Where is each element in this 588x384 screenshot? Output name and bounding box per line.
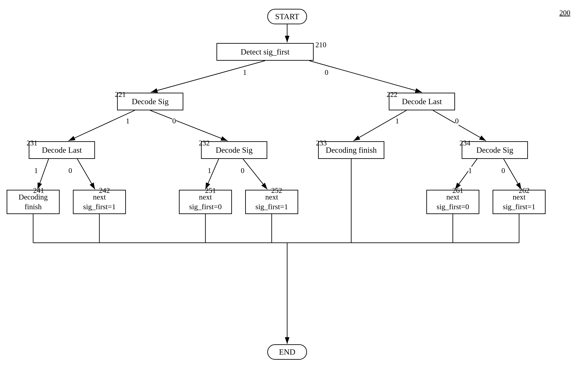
end-label: END <box>279 347 295 357</box>
svg-line-5 <box>150 110 228 141</box>
ref-261: 261 <box>452 187 463 195</box>
node-261-label: next sig_first=0 <box>437 192 469 212</box>
svg-line-4 <box>68 110 135 141</box>
svg-line-8 <box>38 159 49 189</box>
node-232: Decode Sig <box>201 141 267 159</box>
node-222-label: Decode Last <box>402 97 442 106</box>
svg-line-6 <box>354 110 406 141</box>
label-221-0: 0 <box>172 117 176 125</box>
node-231-label: Decode Last <box>42 145 82 155</box>
diagram-container: 200 START Detect sig_first 210 1 0 Decod… <box>0 0 588 384</box>
svg-line-10 <box>205 159 219 189</box>
label-231-0: 0 <box>68 167 72 175</box>
label-210-0: 0 <box>325 68 328 77</box>
node-262-label: next sig_first=1 <box>503 192 535 212</box>
node-234: Decode Sig <box>462 141 528 159</box>
label-231-1: 1 <box>34 167 38 175</box>
label-210-1: 1 <box>243 68 247 77</box>
node-start: START <box>267 9 307 24</box>
svg-line-7 <box>433 110 486 141</box>
ref-262: 262 <box>519 187 530 195</box>
label-232-0: 0 <box>241 167 245 175</box>
start-label: START <box>275 12 299 21</box>
label-234-0: 0 <box>502 167 505 175</box>
node-232-label: Decode Sig <box>216 145 253 155</box>
svg-line-13 <box>504 159 521 189</box>
svg-line-2 <box>151 61 265 92</box>
ref-233: 233 <box>316 139 327 147</box>
node-251-label: next sig_first=0 <box>189 192 222 212</box>
ref-242: 242 <box>99 187 110 195</box>
label-222-0: 0 <box>455 117 459 125</box>
node-233: Decoding finish <box>318 141 384 159</box>
ref-222: 222 <box>387 91 398 99</box>
ref-251: 251 <box>205 187 216 195</box>
label-232-1: 1 <box>208 167 211 175</box>
node-241-label: Decoding finish <box>19 192 48 212</box>
ref-241: 241 <box>33 187 44 195</box>
node-221-label: Decode Sig <box>132 97 169 106</box>
node-210-label: Detect sig_first <box>241 47 290 57</box>
node-233-label: Decoding finish <box>326 145 377 155</box>
node-231: Decode Last <box>29 141 95 159</box>
node-222: Decode Last <box>389 93 455 110</box>
ref-210: 210 <box>315 41 326 49</box>
svg-line-9 <box>77 159 95 189</box>
node-234-label: Decode Sig <box>476 145 513 155</box>
ref-200: 200 <box>560 9 570 17</box>
node-221: Decode Sig <box>117 93 183 110</box>
label-222-1: 1 <box>395 117 399 125</box>
svg-line-12 <box>455 159 477 189</box>
label-221-1: 1 <box>126 117 130 125</box>
label-234-1: 1 <box>468 167 472 175</box>
svg-line-11 <box>243 159 267 189</box>
ref-252: 252 <box>271 187 282 195</box>
node-252-label: next sig_first=1 <box>255 192 288 212</box>
ref-234: 234 <box>460 139 470 147</box>
ref-221: 221 <box>115 91 126 99</box>
node-end: END <box>267 344 307 360</box>
node-242-label: next sig_first=1 <box>83 192 116 212</box>
node-210: Detect sig_first <box>216 43 314 61</box>
ref-232: 232 <box>199 139 210 147</box>
ref-231: 231 <box>26 139 38 147</box>
